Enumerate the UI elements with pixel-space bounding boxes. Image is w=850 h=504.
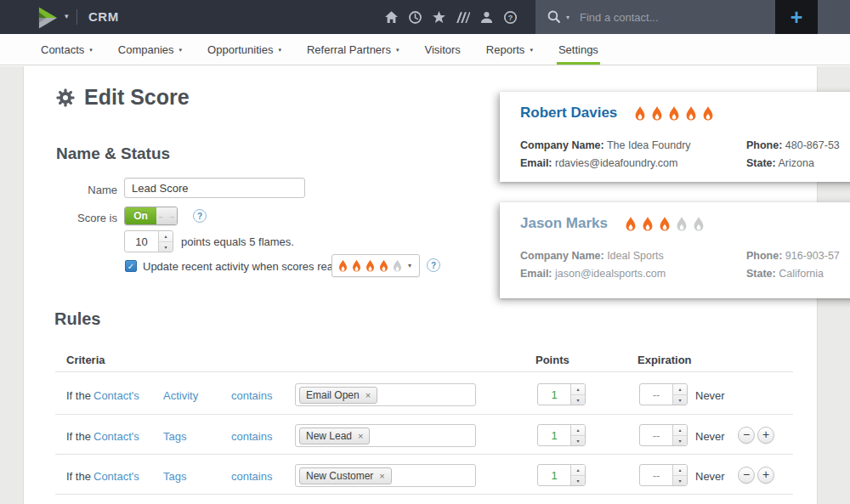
tag-remove-icon[interactable]: × <box>358 431 363 441</box>
home-icon[interactable] <box>384 10 399 25</box>
update-activity-checkbox[interactable]: ✓ <box>125 260 137 272</box>
nav-item-companies[interactable]: Companies▾ <box>118 34 182 65</box>
field-value: rdavies@ideafoundry.com <box>555 157 677 169</box>
field-label: State: <box>746 157 776 169</box>
rule-tag-input[interactable]: New Lead× <box>295 424 476 447</box>
nav-item-visitors[interactable]: Visitors <box>424 34 460 65</box>
add-rule-button[interactable]: + <box>757 427 774 444</box>
stepper-buttons[interactable]: ▴▾ <box>158 231 173 252</box>
rule-field-link[interactable]: Tags <box>163 470 186 483</box>
stepper-down-icon[interactable]: ▾ <box>673 436 687 446</box>
state-field: State: California <box>746 265 850 283</box>
email-field: Email: rdavies@ideafoundry.com <box>520 155 746 173</box>
contact-name-link[interactable]: Jason Marks <box>520 215 608 232</box>
rule-operator-link[interactable]: contains <box>231 430 272 443</box>
recent-history-icon[interactable] <box>408 10 422 25</box>
field-value: jason@idealsports.com <box>555 268 666 280</box>
stepper-buttons[interactable]: ▴▾ <box>672 384 687 405</box>
email-field: Email: jason@idealsports.com <box>520 265 746 283</box>
remove-rule-button[interactable]: − <box>738 427 755 444</box>
help-icon[interactable]: ? <box>503 10 518 25</box>
page-title: Edit Score <box>56 85 190 110</box>
rule-field-link[interactable]: Activity <box>163 389 198 402</box>
stepper-buttons[interactable]: ▴▾ <box>672 425 687 445</box>
table-divider <box>55 414 793 415</box>
stepper-down-icon[interactable]: ▾ <box>571 395 585 405</box>
rule-operator-link[interactable]: contains <box>231 470 272 483</box>
stepper-up-icon[interactable]: ▴ <box>571 384 585 395</box>
campaigns-icon[interactable] <box>456 10 470 25</box>
brand-chevron-down-icon[interactable]: ▾ <box>65 12 69 20</box>
company-field: Company Name: Ideal Sports <box>520 247 746 265</box>
search-input[interactable] <box>580 7 767 27</box>
rule-tag-input[interactable]: Email Open× <box>295 383 476 406</box>
rule-tag-input[interactable]: New Customer× <box>295 464 476 487</box>
rule-points-stepper[interactable]: 1 ▴▾ <box>537 464 586 486</box>
nav-item-contacts[interactable]: Contacts▾ <box>41 34 93 65</box>
brand-logo-icon[interactable] <box>37 6 59 30</box>
rule-row: If the Contact's Activity contains Email… <box>0 382 850 422</box>
stepper-up-icon[interactable]: ▴ <box>673 425 687 436</box>
stepper-value: 1 <box>538 425 570 445</box>
stepper-down-icon[interactable]: ▾ <box>673 476 687 486</box>
tag-label: New Customer <box>306 470 373 482</box>
app-module-title: CRM <box>88 9 119 24</box>
stepper-down-icon[interactable]: ▾ <box>673 395 687 405</box>
rule-subject-link[interactable]: Contact's <box>94 430 139 443</box>
add-rule-button[interactable]: + <box>757 467 774 484</box>
stepper-up-icon[interactable]: ▴ <box>571 425 585 436</box>
rule-operator-link[interactable]: contains <box>231 389 272 402</box>
stepper-up-icon[interactable]: ▴ <box>159 231 173 242</box>
tag-remove-icon[interactable]: × <box>366 390 371 400</box>
points-per-flames-stepper[interactable]: 10 ▴▾ <box>124 230 173 252</box>
stepper-buttons[interactable]: ▴▾ <box>570 425 585 445</box>
search-scope-caret-icon[interactable]: ▾ <box>566 14 570 21</box>
nav-item-referral-partners[interactable]: Referral Partners▾ <box>307 34 400 65</box>
topbar: ▾ CRM ? ▾ + <box>0 0 850 34</box>
score-status-help-icon[interactable]: ? <box>193 209 207 223</box>
quick-add-button[interactable]: + <box>775 0 818 34</box>
state-field: State: Arizona <box>746 155 850 173</box>
rule-expiration-stepper[interactable]: -- ▴▾ <box>639 464 688 486</box>
stepper-up-icon[interactable]: ▴ <box>673 384 687 395</box>
rule-expiration-stepper[interactable]: -- ▴▾ <box>639 424 688 446</box>
toggle-on-label: On <box>125 207 156 224</box>
tag-label: New Lead <box>306 430 352 442</box>
rule-subject-link[interactable]: Contact's <box>94 470 139 483</box>
score-status-toggle[interactable]: On ← → <box>124 207 178 225</box>
nav-item-opportunities[interactable]: Opportunities▾ <box>207 34 281 65</box>
rule-points-stepper[interactable]: 1 ▴▾ <box>537 424 586 446</box>
stepper-up-icon[interactable]: ▴ <box>571 465 585 476</box>
stepper-down-icon[interactable]: ▾ <box>571 476 585 486</box>
stepper-value: -- <box>640 384 672 405</box>
stepper-up-icon[interactable]: ▴ <box>673 465 687 476</box>
contact-name-link[interactable]: Robert Davies <box>520 105 617 122</box>
star-favorites-icon[interactable] <box>432 10 446 25</box>
remove-rule-button[interactable]: − <box>738 467 755 484</box>
flame-rating-threshold <box>337 259 405 272</box>
stepper-down-icon[interactable]: ▾ <box>571 436 585 446</box>
nav-label: Visitors <box>424 43 460 56</box>
chevron-down-icon: ▾ <box>179 47 183 54</box>
stepper-buttons[interactable]: ▴▾ <box>570 384 585 405</box>
rule-field-link[interactable]: Tags <box>163 430 186 443</box>
field-value: 916-903-57 <box>785 250 840 262</box>
threshold-help-icon[interactable]: ? <box>427 258 440 272</box>
tag-remove-icon[interactable]: × <box>379 471 384 481</box>
stepper-buttons[interactable]: ▴▾ <box>570 465 585 485</box>
nav-item-settings[interactable]: Settings <box>558 34 598 65</box>
score-name-input[interactable] <box>124 178 305 198</box>
stepper-value: 1 <box>538 465 570 485</box>
rule-expiration-stepper[interactable]: -- ▴▾ <box>639 383 688 405</box>
rule-points-stepper[interactable]: 1 ▴▾ <box>537 383 586 405</box>
stepper-buttons[interactable]: ▴▾ <box>672 465 687 485</box>
flame-threshold-select[interactable]: ▾ <box>332 254 420 277</box>
search-icon[interactable] <box>547 9 561 24</box>
stepper-down-icon[interactable]: ▾ <box>159 242 173 252</box>
nav-label: Settings <box>558 43 598 56</box>
left-gutter <box>0 66 24 504</box>
topbar-divider <box>76 9 77 25</box>
rule-subject-link[interactable]: Contact's <box>94 389 139 402</box>
nav-item-reports[interactable]: Reports▾ <box>486 34 533 65</box>
contacts-person-icon[interactable] <box>479 10 494 25</box>
